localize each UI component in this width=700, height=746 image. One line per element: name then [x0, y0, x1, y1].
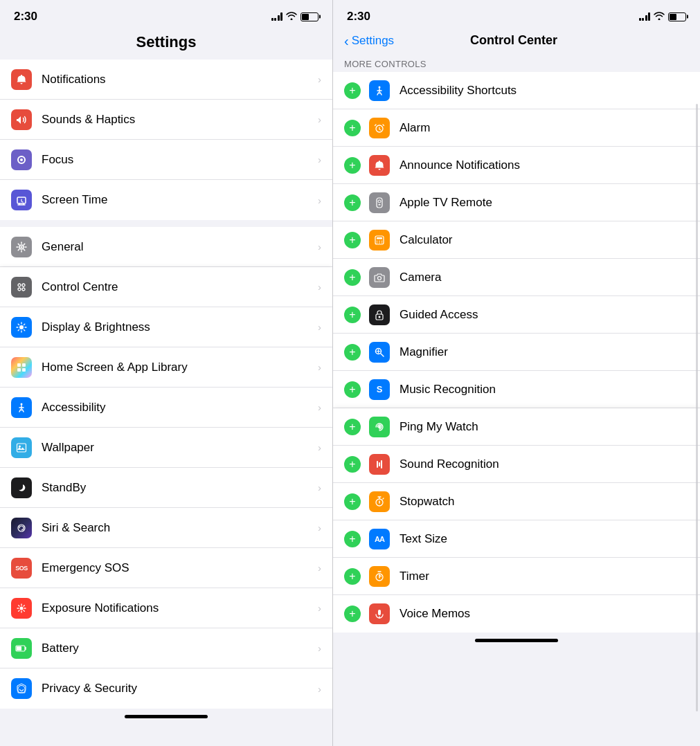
homescreen-label: Home Screen & App Library [42, 361, 315, 374]
control-item-timer[interactable]: + Timer [333, 558, 700, 595]
voice-memos-icon [369, 603, 390, 624]
general-label: General [42, 240, 315, 254]
sidebar-item-sounds[interactable]: Sounds & Haptics › [0, 100, 332, 140]
status-bar-left: 2:30 [0, 0, 332, 30]
focus-icon [11, 149, 32, 170]
svg-rect-25 [377, 237, 382, 239]
controlcentre-label: Control Centre [42, 280, 315, 294]
controlcentre-icon [11, 277, 32, 298]
sounds-icon [11, 109, 32, 130]
status-icons-right [639, 11, 687, 22]
add-announce-btn[interactable]: + [344, 157, 361, 174]
sidebar-item-focus[interactable]: Focus › [0, 140, 332, 180]
control-item-music-recognition[interactable]: + S Music Recognition [333, 371, 700, 408]
svg-point-30 [379, 242, 380, 244]
exposure-label: Exposure Notifications [42, 601, 315, 615]
scrollbar[interactable] [696, 104, 698, 711]
add-text-size-btn[interactable]: + [344, 531, 361, 547]
add-music-recognition-btn[interactable]: + [344, 381, 361, 398]
settings-list-group2: General › Control Centre › [0, 227, 332, 709]
battery-icon-left [300, 12, 318, 21]
battery-settings-icon [11, 638, 32, 659]
svg-rect-39 [381, 460, 382, 468]
status-icons-left [271, 11, 319, 22]
apple-tv-remote-label: Apple TV Remote [400, 196, 689, 210]
magnifier-label: Magnifier [400, 345, 689, 359]
add-sound-recognition-btn[interactable]: + [344, 456, 361, 473]
sidebar-item-screentime[interactable]: Screen Time › [0, 180, 332, 220]
add-stopwatch-btn[interactable]: + [344, 493, 361, 510]
add-voice-memos-btn[interactable]: + [344, 606, 361, 622]
voice-memos-label: Voice Memos [400, 607, 689, 621]
sidebar-item-controlcentre[interactable]: Control Centre › [0, 267, 332, 307]
svg-point-7 [19, 325, 24, 329]
settings-list-group1: Notifications › Sounds & Haptics › Foc [0, 60, 332, 220]
add-calculator-btn[interactable]: + [344, 232, 361, 248]
wifi-icon-right [654, 11, 665, 22]
sidebar-item-accessibility[interactable]: Accessibility › [0, 388, 332, 428]
control-item-alarm[interactable]: + Alarm [333, 109, 700, 147]
control-item-apple-tv-remote[interactable]: + Apple TV Remote [333, 184, 700, 221]
control-item-text-size[interactable]: + AA Text Size [333, 520, 700, 558]
more-controls-label: MORE CONTROLS [333, 55, 700, 72]
sidebar-item-homescreen[interactable]: Home Screen & App Library › [0, 347, 332, 388]
svg-point-22 [378, 200, 381, 203]
sidebar-item-exposure[interactable]: Exposure Notifications › [0, 588, 332, 628]
timer-label: Timer [400, 570, 689, 583]
general-chevron: › [318, 241, 321, 253]
control-center-title: Control Center [394, 33, 634, 48]
status-bar-right: 2:30 [333, 0, 700, 30]
add-apple-tv-remote-btn[interactable]: + [344, 194, 361, 211]
sidebar-item-standby[interactable]: StandBy › [0, 468, 332, 508]
svg-point-26 [377, 240, 378, 242]
sidebar-item-wallpaper[interactable]: Wallpaper › [0, 428, 332, 468]
control-item-guided-access[interactable]: + Guided Access [333, 296, 700, 334]
magnifier-icon [369, 342, 390, 363]
control-item-voice-memos[interactable]: + Voice Memos [333, 595, 700, 633]
sidebar-item-display[interactable]: Display & Brightness › [0, 307, 332, 347]
svg-rect-38 [379, 462, 380, 466]
back-button[interactable]: ‹ Settings [344, 34, 394, 48]
exposure-icon [11, 598, 32, 619]
bottom-bar-left [0, 709, 332, 729]
stopwatch-icon [369, 491, 390, 512]
control-item-stopwatch[interactable]: + Stopwatch [333, 483, 700, 520]
nav-header: ‹ Settings Control Center [333, 30, 700, 55]
sidebar-item-sos[interactable]: SOS Emergency SOS › [0, 548, 332, 588]
sounds-label: Sounds & Haptics [42, 113, 315, 127]
music-recognition-label: Music Recognition [400, 383, 689, 397]
add-magnifier-btn[interactable]: + [344, 344, 361, 361]
focus-label: Focus [42, 153, 315, 167]
add-timer-btn[interactable]: + [344, 568, 361, 585]
sidebar-item-battery[interactable]: Battery › [0, 628, 332, 668]
screentime-chevron: › [318, 194, 321, 206]
sidebar-item-notifications[interactable]: Notifications › [0, 60, 332, 100]
control-item-magnifier[interactable]: + Magnifier [333, 334, 700, 371]
control-item-sound-recognition[interactable]: + Sound Recognition [333, 446, 700, 483]
apple-tv-remote-icon [369, 192, 390, 213]
wallpaper-chevron: › [318, 442, 321, 453]
control-item-camera[interactable]: + Camera [333, 259, 700, 296]
announce-notifications-icon [369, 155, 390, 176]
home-indicator-left [125, 715, 208, 718]
back-chevron-icon: ‹ [344, 34, 349, 48]
add-ping-my-watch-btn[interactable]: + [344, 419, 361, 435]
control-item-accessibility-shortcuts[interactable]: + Accessibility Shortcuts [333, 72, 700, 109]
add-alarm-btn[interactable]: + [344, 120, 361, 136]
battery-chevron: › [318, 642, 321, 654]
control-item-announce-notifications[interactable]: + Announce Notifications [333, 147, 700, 184]
sidebar-item-privacy[interactable]: Privacy & Security › [0, 668, 332, 709]
alarm-label: Alarm [400, 121, 689, 135]
control-item-calculator[interactable]: + Calculator [333, 221, 700, 259]
wallpaper-icon [11, 437, 32, 458]
add-accessibility-shortcuts-btn[interactable]: + [344, 82, 361, 99]
svg-rect-23 [379, 204, 381, 206]
battery-icon-right [668, 12, 686, 21]
control-list: + Accessibility Shortcuts + Alarm [333, 72, 700, 633]
control-item-ping-my-watch[interactable]: + Ping My Watch [333, 408, 700, 446]
add-camera-btn[interactable]: + [344, 269, 361, 286]
sidebar-item-general[interactable]: General › [0, 227, 332, 267]
sidebar-item-siri[interactable]: Siri & Search › [0, 508, 332, 548]
settings-header: Settings [0, 30, 332, 60]
add-guided-access-btn[interactable]: + [344, 307, 361, 323]
